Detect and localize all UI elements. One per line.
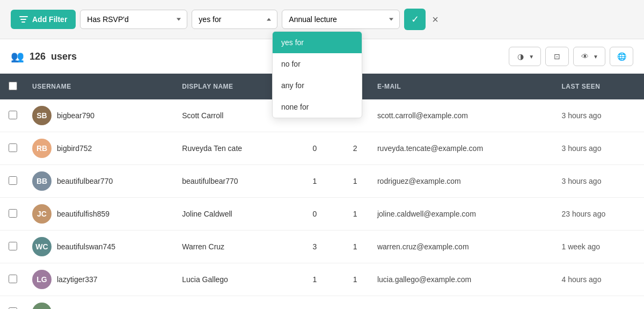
row-display-name: Lucia Gallego: [174, 263, 289, 296]
chart-icon: ◑: [516, 52, 525, 61]
row-email: rodriguez@example.com: [370, 165, 554, 198]
eye-icon: 👁: [580, 52, 590, 61]
filter-icon: [19, 16, 28, 23]
row-last-seen: 1 week ago: [554, 231, 644, 263]
row-email: lucia.gallego@example.com: [370, 263, 554, 296]
add-filter-button[interactable]: Add Filter: [11, 10, 76, 29]
row-display-name: Ruveyda Ten cate: [174, 132, 289, 165]
row-rsvp-col2: 1: [340, 263, 370, 296]
dropdown-item-none-for[interactable]: none for: [273, 96, 362, 118]
row-display-name: Joline Caldwell: [174, 198, 289, 231]
th-last-seen: LAST SEEN: [554, 74, 644, 99]
row-rsvp-yes: 1: [289, 165, 341, 198]
view-button[interactable]: 👁 ▼: [573, 47, 605, 66]
add-filter-label: Add Filter: [32, 15, 67, 24]
avatar: SB: [32, 106, 52, 125]
row-rsvp-yes: 1: [289, 263, 341, 296]
row-checkbox-cell: [0, 296, 25, 310]
avatar: JC: [32, 204, 52, 224]
row-username: JP yellowdog113: [25, 296, 174, 310]
dropdown-item-yes-for[interactable]: yes for: [273, 32, 362, 53]
row-last-seen: 4 hours ago: [554, 263, 644, 296]
condition-dropdown: yes for no for any for none for: [272, 31, 362, 118]
row-username: RB bigbird752: [25, 132, 174, 165]
count-label: users: [51, 51, 77, 62]
th-checkbox: [0, 74, 25, 99]
chevron-down-icon2: ▼: [593, 54, 598, 60]
globe-icon: 🌐: [617, 52, 626, 61]
row-checkbox-cell: [0, 198, 25, 231]
chart-button[interactable]: ◑ ▼: [509, 47, 541, 66]
row-username: BB beautifulbear770: [25, 165, 174, 198]
th-email: E-MAIL: [370, 74, 554, 99]
globe-button[interactable]: 🌐: [610, 47, 633, 66]
username-text: lazytiger337: [57, 275, 98, 284]
table-row: WC beautifulswan745 Warren Cruz 3 1 warr…: [0, 231, 644, 263]
row-username: LG lazytiger337: [25, 263, 174, 296]
chevron-down-icon: ▼: [529, 54, 534, 60]
avatar: BB: [32, 171, 52, 191]
row-email: warren.cruz@example.com: [370, 231, 554, 263]
row-rsvp-col2: 1: [340, 165, 370, 198]
filter-bar: Add Filter Has RSVP'd yes for Annual lec…: [0, 0, 644, 39]
row-checkbox[interactable]: [9, 111, 17, 119]
row-checkbox[interactable]: [9, 176, 17, 185]
row-rsvp-col2: 1: [340, 198, 370, 231]
row-last-seen: 3 hours ago: [554, 165, 644, 198]
dropdown-item-no-for[interactable]: no for: [273, 53, 362, 75]
row-rsvp-yes: 0: [289, 132, 341, 165]
row-checkbox[interactable]: [9, 275, 17, 283]
has-rsvpd-select[interactable]: Has RSVP'd: [80, 10, 187, 29]
row-email: jesse.prescott@example.com: [370, 296, 554, 310]
condition-select[interactable]: yes for: [192, 10, 277, 29]
event-select[interactable]: Annual lecture: [282, 10, 400, 29]
th-username: USERNAME: [25, 74, 174, 99]
row-email: scott.carroll@example.com: [370, 99, 554, 132]
row-email: joline.caldwell@example.com: [370, 198, 554, 231]
row-checkbox-cell: [0, 263, 25, 296]
row-display-name: Warren Cruz: [174, 231, 289, 263]
row-last-seen: 3 weeks ago: [554, 296, 644, 310]
row-display-name: beautifulbear770: [174, 165, 289, 198]
row-checkbox-cell: [0, 99, 25, 132]
users-count: 👥 126 users: [11, 50, 77, 63]
event-wrapper: Annual lecture: [282, 10, 400, 29]
row-last-seen: 23 hours ago: [554, 198, 644, 231]
row-rsvp-col2: 1: [340, 231, 370, 263]
confirm-filter-button[interactable]: ✓: [404, 9, 426, 30]
export-button[interactable]: ⊡: [545, 47, 569, 66]
row-email: ruveyda.tencate@example.com: [370, 132, 554, 165]
page-wrapper: Add Filter Has RSVP'd yes for Annual lec…: [0, 0, 644, 309]
count-number: 126: [30, 51, 46, 62]
row-display-name: Jesse Prescott: [174, 296, 289, 310]
avatar: RB: [32, 139, 52, 158]
avatar: LG: [32, 270, 52, 289]
checkmark-icon: ✓: [411, 13, 419, 25]
row-username: SB bigbear790: [25, 99, 174, 132]
avatar: JP: [32, 303, 52, 309]
table-row: JP yellowdog113 Jesse Prescott 0 1 jesse…: [0, 296, 644, 310]
row-checkbox[interactable]: [9, 307, 17, 310]
row-last-seen: 3 hours ago: [554, 99, 644, 132]
users-icon: 👥: [11, 50, 24, 63]
close-filter-button[interactable]: ×: [430, 12, 441, 27]
username-text: beautifulswan745: [57, 242, 115, 251]
row-checkbox[interactable]: [9, 209, 17, 218]
row-rsvp-col2: 1: [340, 296, 370, 310]
row-checkbox[interactable]: [9, 143, 17, 152]
row-checkbox-cell: [0, 132, 25, 165]
username-text: beautifulbear770: [57, 177, 113, 185]
username-text: bigbear790: [57, 111, 94, 120]
select-all-checkbox[interactable]: [9, 82, 17, 90]
row-username: JC beautifulfish859: [25, 198, 174, 231]
row-checkbox[interactable]: [9, 242, 17, 250]
condition-wrapper: yes for: [192, 10, 277, 29]
close-icon: ×: [432, 13, 438, 25]
username-text: beautifulfish859: [57, 210, 109, 218]
row-rsvp-yes: 0: [289, 296, 341, 310]
table-body: SB bigbear790 Scott Carroll 4 2 scott.ca…: [0, 99, 644, 309]
row-username: WC beautifulswan745: [25, 231, 174, 263]
dropdown-item-any-for[interactable]: any for: [273, 75, 362, 96]
export-icon: ⊡: [552, 52, 562, 61]
has-rsvpd-wrapper: Has RSVP'd: [80, 10, 187, 29]
